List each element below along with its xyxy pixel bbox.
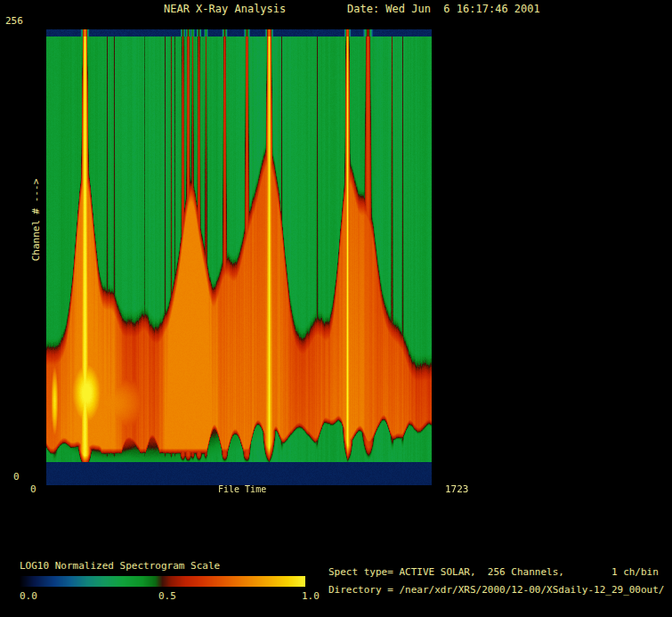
y-axis-min-label: 0	[13, 472, 20, 482]
colorbar-tick-2: 1.0	[302, 591, 320, 601]
y-axis-title: Channel # --->	[30, 179, 42, 262]
spectrogram-canvas	[46, 29, 432, 485]
y-axis-max-label: 256	[5, 16, 23, 26]
page-title: NEAR X-Ray Analysis	[164, 4, 286, 14]
directory-line: Directory = /near/xdr/XRS/2000/12-00/XSd…	[328, 585, 665, 595]
colorbar-canvas	[20, 576, 305, 587]
x-axis-max-label: 1723	[445, 484, 469, 494]
colorbar-label: LOG10 Normalized Spectrogram Scale	[20, 561, 220, 571]
near-xray-analysis-window: NEAR X-Ray Analysis Date: Wed Jun 6 16:1…	[0, 0, 672, 617]
colorbar-tick-1: 0.5	[158, 591, 176, 601]
header-date: Date: Wed Jun 6 16:17:46 2001	[347, 4, 540, 14]
x-axis-min-label: 0	[30, 484, 36, 494]
colorbar-tick-0: 0.0	[20, 591, 37, 601]
x-axis-title: File Time	[218, 485, 266, 494]
spect-type-line: Spect type= ACTIVE SOLAR, 256 Channels, …	[328, 567, 659, 577]
